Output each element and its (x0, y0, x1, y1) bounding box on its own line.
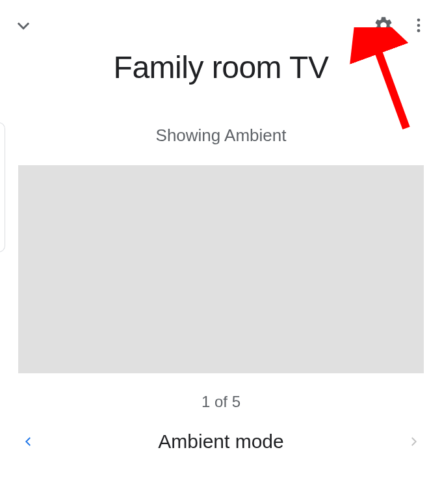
svg-point-0 (417, 19, 421, 22)
device-status: Showing Ambient (0, 126, 442, 146)
more-vert-icon[interactable] (410, 16, 428, 34)
page-title: Family room TV (0, 49, 442, 85)
ambient-preview-image[interactable] (18, 165, 424, 373)
card-nav: Ambient mode (0, 431, 442, 453)
gear-icon[interactable] (373, 15, 394, 36)
svg-point-1 (417, 24, 421, 27)
top-bar (0, 0, 442, 39)
page-indicator: 1 of 5 (0, 393, 442, 411)
svg-point-2 (417, 29, 421, 33)
card-title: Ambient mode (158, 431, 283, 453)
chevron-left-icon[interactable] (21, 434, 36, 449)
sidebar-edge (0, 122, 5, 252)
chevron-right-icon[interactable] (406, 434, 421, 449)
chevron-down-icon[interactable] (14, 16, 32, 34)
